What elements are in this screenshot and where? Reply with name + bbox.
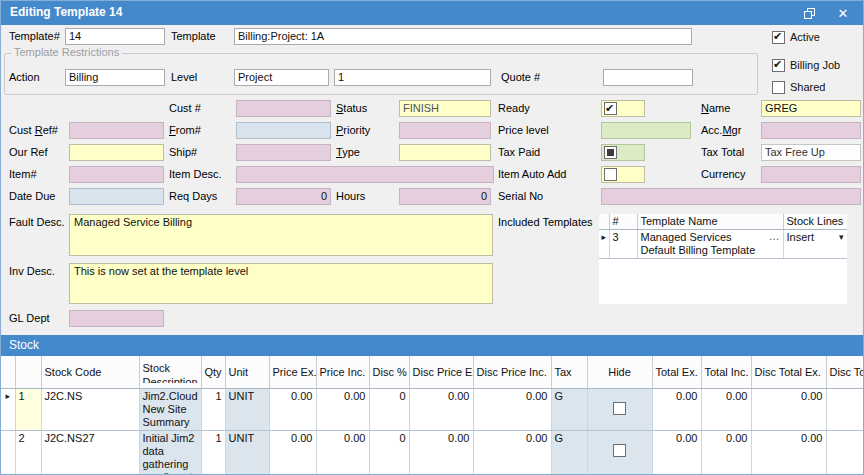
price-ex-cell[interactable]: 0.00: [269, 430, 316, 475]
req-days-field[interactable]: 0: [236, 188, 331, 205]
ellipsis-button[interactable]: …: [769, 231, 780, 241]
stock-row-num[interactable]: 1: [15, 388, 41, 430]
close-button[interactable]: ✕: [827, 1, 859, 25]
disc-total-ex-column-header[interactable]: Disc Total Ex.: [751, 356, 826, 388]
billing-job-checkbox[interactable]: [772, 59, 785, 72]
hide-checkbox[interactable]: [613, 444, 626, 457]
disc-total-ex-cell[interactable]: 0.00: [751, 430, 826, 475]
hide-cell: [587, 388, 652, 430]
template-field[interactable]: Billing:Project: 1A: [234, 28, 692, 45]
gl-dept-label: GL Dept: [9, 310, 50, 327]
acc-mgr-label: Acc.Mgr: [701, 122, 741, 139]
cust-ref-field[interactable]: [69, 122, 164, 139]
window-titlebar[interactable]: Editing Template 14 ✕: [1, 1, 863, 25]
it-stock-lines-column-header[interactable]: Stock Lines: [783, 214, 847, 229]
template-no-field[interactable]: 14: [65, 28, 165, 45]
name-field[interactable]: GREG: [761, 100, 861, 117]
qty-column-header[interactable]: Qty: [201, 356, 225, 388]
quote-no-field[interactable]: [603, 69, 693, 86]
disc-price-ex-cell[interactable]: 0.00: [409, 430, 473, 475]
disc-price-ex-column-header[interactable]: Disc Price Ex.: [409, 356, 473, 388]
tax-column-header[interactable]: Tax: [551, 356, 587, 388]
it-template-name-column-header[interactable]: Template Name: [637, 214, 783, 229]
template-label: Template: [171, 28, 216, 45]
stock-description-column-header[interactable]: Stock Description: [139, 356, 201, 388]
tax-cell[interactable]: G: [551, 430, 587, 475]
disc-price-inc-cell[interactable]: 0.00: [473, 388, 551, 430]
cust-no-field[interactable]: [236, 100, 331, 117]
our-ref-field[interactable]: [69, 144, 164, 161]
shared-checkbox[interactable]: [772, 81, 785, 94]
template-no-label: Template#: [9, 28, 60, 45]
qty-cell[interactable]: 1: [201, 388, 225, 430]
it-stock-lines-cell[interactable]: Insert ▾: [783, 229, 847, 258]
status-field[interactable]: FINISH: [399, 100, 491, 117]
tax-cell[interactable]: G: [551, 388, 587, 430]
unit-cell[interactable]: UNIT: [225, 388, 269, 430]
type-field[interactable]: [399, 144, 491, 161]
stock-code-cell[interactable]: J2C.NS27: [41, 430, 139, 475]
priority-field[interactable]: [399, 122, 491, 139]
hide-column-header[interactable]: Hide: [587, 356, 652, 388]
gl-dept-field[interactable]: [69, 310, 164, 327]
disc-pct-cell[interactable]: 0: [369, 388, 409, 430]
disc-price-inc-cell[interactable]: 0.00: [473, 430, 551, 475]
active-checkbox[interactable]: [772, 31, 785, 44]
price-inc-column-header[interactable]: Price Inc.: [316, 356, 369, 388]
total-ex-column-header[interactable]: Total Ex.: [652, 356, 701, 388]
stock-code-column-header[interactable]: Stock Code: [41, 356, 139, 388]
stock-description-cell[interactable]: Initial Jim2 data gathering email sent: [139, 430, 201, 475]
price-ex-cell[interactable]: 0.00: [269, 388, 316, 430]
disc-price-ex-cell[interactable]: 0.00: [409, 388, 473, 430]
hide-checkbox[interactable]: [613, 402, 626, 415]
it-num-column-header[interactable]: #: [609, 214, 637, 229]
stock-code-cell[interactable]: J2C.NS: [41, 388, 139, 430]
serial-no-field[interactable]: [601, 188, 861, 205]
price-inc-cell[interactable]: 0.00: [316, 388, 369, 430]
disc-total-ex-cell[interactable]: 0.00: [751, 388, 826, 430]
total-inc-cell[interactable]: 0.00: [701, 388, 751, 430]
included-templates-label: Included Templates: [498, 214, 593, 231]
inv-desc-field[interactable]: This is now set at the template level: [69, 263, 493, 304]
currency-field[interactable]: [761, 166, 861, 183]
dropdown-arrow-icon[interactable]: ▾: [839, 231, 844, 244]
total-ex-cell[interactable]: 0.00: [652, 388, 701, 430]
fault-desc-field[interactable]: Managed Service Billing: [69, 214, 493, 256]
item-desc-field[interactable]: [236, 166, 494, 183]
ship-no-field[interactable]: [236, 144, 331, 161]
included-templates-grid: # Template Name Stock Lines ▸ 3 Managed …: [599, 214, 847, 304]
from-no-field[interactable]: [236, 122, 331, 139]
level-field[interactable]: Project: [234, 69, 329, 86]
action-field[interactable]: Billing: [65, 69, 165, 86]
unit-cell[interactable]: UNIT: [225, 430, 269, 475]
disc-total-inc-cell[interactable]: [826, 430, 864, 475]
tax-total-field[interactable]: Tax Free Up: [761, 144, 861, 161]
ready-checkbox[interactable]: [604, 102, 617, 115]
disc-pct-column-header[interactable]: Disc %: [369, 356, 409, 388]
qty-cell[interactable]: 1: [201, 430, 225, 475]
price-ex-column-header[interactable]: Price Ex.: [269, 356, 316, 388]
price-level-label: Price level: [498, 122, 549, 139]
acc-mgr-field[interactable]: [761, 122, 861, 139]
hours-field[interactable]: 0: [399, 188, 491, 205]
it-template-name-cell[interactable]: Managed Services Default Billing Templat…: [637, 229, 783, 258]
item-no-field[interactable]: [69, 166, 164, 183]
tax-paid-checkbox[interactable]: [604, 146, 617, 159]
it-num-cell[interactable]: 3: [609, 229, 637, 258]
level-number-field[interactable]: 1: [334, 69, 491, 86]
item-auto-add-checkbox[interactable]: [604, 168, 617, 181]
disc-total-inc-cell[interactable]: [826, 388, 864, 430]
disc-pct-cell[interactable]: 0: [369, 430, 409, 475]
price-inc-cell[interactable]: 0.00: [316, 430, 369, 475]
unit-column-header[interactable]: Unit: [225, 356, 269, 388]
price-level-field[interactable]: [601, 122, 691, 139]
restore-window-button[interactable]: [793, 1, 825, 25]
stock-description-cell[interactable]: Jim2.Cloud New Site Summary: [139, 388, 201, 430]
total-ex-cell[interactable]: 0.00: [652, 430, 701, 475]
disc-total-inc-column-header[interactable]: Disc Total Inc.: [826, 356, 864, 388]
total-inc-column-header[interactable]: Total Inc.: [701, 356, 751, 388]
stock-row-num[interactable]: 2: [15, 430, 41, 475]
date-due-field[interactable]: [69, 188, 164, 205]
disc-price-inc-column-header[interactable]: Disc Price Inc.: [473, 356, 551, 388]
total-inc-cell[interactable]: 0.00: [701, 430, 751, 475]
